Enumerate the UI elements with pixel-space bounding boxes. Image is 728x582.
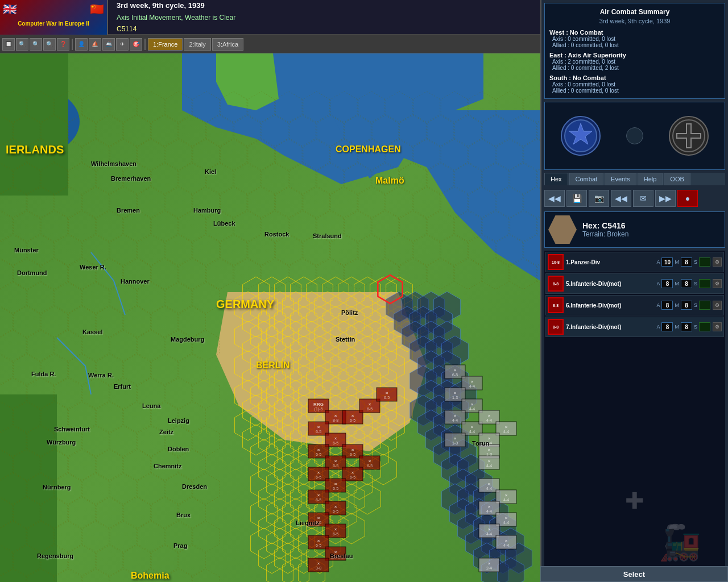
action-buttons: ◀◀ 💾 📷 ◀◀ ✉ ▶▶ ● [544,188,725,209]
unit-row[interactable]: 8-8 6.Infanterie-Div(mot) A 8 M 8 S ⚙ [545,295,724,315]
toolbar-btn-2[interactable]: 🔍 [16,38,28,51]
air-icons [544,102,725,170]
south-allied: Allied : 0 committed, 0 lost [549,88,720,94]
title-info: 3rd week, 9th cycle, 1939 Axis Initial M… [108,0,235,35]
toolbar-separator-1 [72,39,73,50]
unit-row[interactable]: 8-8 5.Infanterie-Div(mot) A 8 M 8 S ⚙ [545,273,724,294]
unit-settings-btn[interactable]: ⚙ [713,257,722,267]
allied-air-icon [561,116,601,156]
attack-stat: 10 [661,257,673,267]
tab-help[interactable]: Help [638,173,663,185]
axis-air-icon [669,116,709,156]
hex-details: Hex: C5416 Terrain: Broken [582,221,628,238]
tab-combat[interactable]: Combat [569,173,604,185]
east-allied: Allied : 0 committed, 2 lost [549,65,720,71]
attack-stat: 8 [661,301,673,310]
right-panel: Air Combat Summary 3rd week, 9th cycle, … [540,0,728,582]
toolbar-btn-1[interactable]: 🔲 [2,38,15,51]
tank-decoration: 🚂 [637,519,722,565]
supply-stat [699,301,710,310]
toolbar-btn-3[interactable]: 🔍 [30,38,42,51]
move-stat: 8 [681,279,692,288]
west-allied: Allied : 0 committed, 0 lost [549,42,720,48]
svg-rect-6 [677,134,700,138]
move-stat: 8 [681,301,692,310]
unit-stats: A 8 M 8 S [656,301,710,310]
unit-stats: A 10 M 8 S [656,257,710,267]
supply-stat [699,279,710,288]
unit-name: 5.Infanterie-Div(mot) [566,281,654,287]
south-header: South : No Combat [549,74,720,81]
unit-icon: 10-8 [548,254,564,270]
action-end[interactable]: ● [677,190,698,207]
game-title-text: Computer War in Europe II [18,8,89,27]
toolbar-btn-ship[interactable]: ⛵ [89,38,101,51]
toolbar: 🔲 🔍 🔍 🔍 ❓ 👤 ⛵ 🚢 ✈ 🎯 1:France 2:Italy 3:A… [0,35,540,53]
unit-settings-btn[interactable]: ⚙ [713,301,722,310]
toolbar-btn-misc[interactable]: 🎯 [130,38,142,51]
hex-terrain-shape [548,215,577,244]
hex-info: Hex: C5416 Terrain: Broken [544,211,725,248]
iron-cross-decoration: ✚ [625,488,644,514]
action-forward[interactable]: ▶▶ [655,190,676,207]
select-label: Select [623,570,645,579]
tab-italy[interactable]: 2:Italy [184,38,210,51]
supply-stat [699,257,710,267]
tab-oob[interactable]: OOB [664,173,690,185]
blank-air-icon [626,127,643,144]
tab-events[interactable]: Events [605,173,636,185]
east-axis: Axis : 2 committed, 0 lost [549,59,720,65]
unit-stats: A 8 M 8 S [656,279,710,288]
unit-settings-btn[interactable]: ⚙ [713,279,722,288]
unit-row[interactable]: 10-8 1.Panzer-Div A 10 M 8 S ⚙ [545,252,724,272]
air-summary: Air Combat Summary 3rd week, 9th cycle, … [544,3,725,99]
hex-terrain: Terrain: Broken [582,230,628,238]
game-week: 3rd week, 9th cycle, 1939 [117,0,235,12]
action-save[interactable]: 💾 [566,190,587,207]
air-summary-subtitle: 3rd week, 9th cycle, 1939 [549,18,720,24]
tab-africa[interactable]: 3:Africa [212,38,243,51]
tab-hex[interactable]: Hex [544,173,568,185]
south-axis: Axis : 0 committed, 0 lost [549,81,720,88]
west-axis: Axis : 0 committed, 0 lost [549,36,720,42]
toolbar-btn-plane[interactable]: ✈ [116,38,129,51]
west-header: West : No Combat [549,29,720,36]
tab-france[interactable]: 1:France [148,38,183,51]
action-rewind[interactable]: ◀◀ [611,190,631,207]
toolbar-btn-sub[interactable]: 🚢 [102,38,115,51]
unit-icon: 8-8 [548,319,564,335]
unit-icon: 8-8 [548,276,564,292]
hex-id: Hex: C5416 [582,221,628,230]
title-bar: Computer War in Europe II 3rd week, 9th … [0,0,540,35]
move-stat: 8 [681,322,692,331]
toolbar-btn-4[interactable]: 🔍 [43,38,56,51]
action-camera[interactable]: 📷 [589,190,609,207]
game-position: C5114 [117,23,235,35]
unit-name: 1.Panzer-Div [566,259,654,265]
action-back[interactable]: ◀◀ [544,190,565,207]
select-button[interactable]: Select [540,566,728,582]
attack-stat: 8 [661,322,673,331]
toolbar-btn-unit[interactable]: 👤 [75,38,88,51]
unit-icon: 8-8 [548,297,564,313]
toolbar-separator-2 [144,39,146,50]
game-phase: Axis Initial Movement, Weather is Clear [117,12,235,23]
unit-row[interactable]: 8-8 7.Infanterie-Div(mot) A 8 M 8 S ⚙ [545,317,724,337]
action-mail[interactable]: ✉ [633,190,653,207]
map-area[interactable]: IERLANDSGERMANYBohemiaCOPENHAGENMalmöWil… [0,53,540,582]
unit-name: 6.Infanterie-Div(mot) [566,302,654,309]
attack-stat: 8 [661,279,673,288]
unit-settings-btn[interactable]: ⚙ [713,322,722,331]
air-summary-title: Air Combat Summary [549,8,720,16]
east-header: East : Axis Air Superiority [549,52,720,59]
unit-stats: A 8 M 8 S [656,322,710,331]
game-logo: Computer War in Europe II [0,0,108,35]
toolbar-btn-5[interactable]: ❓ [57,38,69,51]
unit-name: 7.Infanterie-Div(mot) [566,324,654,330]
supply-stat [699,322,710,331]
hex-tabs: Hex Combat Events Help OOB [544,173,725,185]
move-stat: 8 [681,257,692,267]
